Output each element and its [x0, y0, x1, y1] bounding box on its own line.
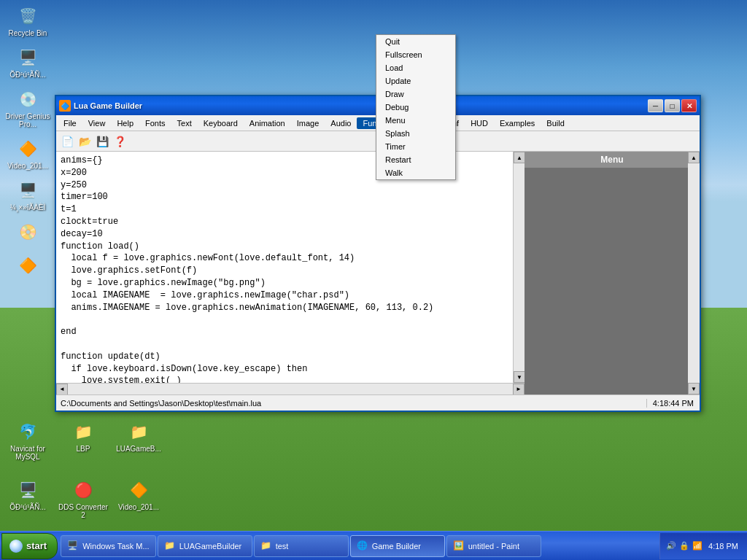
taskbar: start 🖥️ Windows Task M... 📁 LUAGameBuil… — [0, 531, 747, 560]
menu-image[interactable]: Image — [291, 117, 325, 129]
help-button[interactable]: ❓ — [112, 133, 128, 149]
system-tray: 🔊 🔒 📶 4:18 PM — [659, 533, 747, 559]
main-content: anims={} x=200 y=250 timer=100 t=1 clock… — [56, 152, 700, 394]
desktop-icon-luagameb[interactable]: 📁 LUAGameB... — [111, 416, 166, 465]
desktop-icon-navicat[interactable]: 🐬 Navicat for MySQL — [0, 416, 55, 465]
tray-icon-network: 🔊 — [666, 541, 676, 551]
vertical-scrollbar: ▲ ▼ — [513, 152, 525, 383]
right-panel: Menu ▲ ▼ — [525, 152, 700, 394]
right-panel-header: Menu — [525, 152, 700, 168]
scroll-track[interactable] — [514, 163, 525, 371]
taskbar-items: 🖥️ Windows Task M... 📁 LUAGameBuilder 📁 … — [61, 535, 659, 557]
dropdown-update[interactable]: Update — [376, 74, 455, 88]
code-editor[interactable]: anims={} x=200 y=250 timer=100 t=1 clock… — [56, 152, 513, 383]
taskmgr-icon: 🖥️ — [67, 540, 79, 552]
desktop-icon-dds-src[interactable]: 🖥️ ÕÐ¹ú¹ÃÑ... — [0, 474, 55, 524]
code-with-scrollbar: anims={} x=200 y=250 timer=100 t=1 clock… — [56, 152, 525, 383]
gamebuilder-icon: 🌐 — [357, 540, 368, 552]
minimize-button[interactable]: ─ — [648, 99, 663, 112]
window-icon: 🔷 — [59, 100, 71, 112]
tray-icon-security: 🔒 — [679, 541, 689, 551]
menu-hud[interactable]: HUD — [465, 117, 494, 129]
luagameb-taskbar-icon: 📁 — [164, 540, 176, 552]
desktop-icon-label: LBP — [77, 445, 90, 453]
taskbar-item-taskmgr[interactable]: 🖥️ Windows Task M... — [61, 535, 156, 557]
save-file-button[interactable]: 💾 — [94, 133, 110, 149]
menu-audio[interactable]: Audio — [325, 117, 357, 129]
desktop-icons-bottom2: 🖥️ ÕÐ¹ú¹ÃÑ... 🔴 DDS Converter 2 🔶 Video_… — [0, 474, 166, 524]
taskbar-item-label: LUAGameBuilder — [179, 542, 242, 551]
menu-keyboard[interactable]: Keyboard — [198, 117, 244, 129]
dropdown-splash[interactable]: Splash — [376, 127, 455, 140]
taskbar-item-test[interactable]: 📁 test — [254, 535, 349, 557]
desktop-icon-video2[interactable]: 🔶 Video_201... — [111, 474, 166, 524]
h-scroll-track[interactable] — [68, 384, 513, 394]
desktop-icon-dds[interactable]: 🔴 DDS Converter 2 — [55, 474, 111, 524]
desktop-icon-label: Video_201... — [118, 503, 159, 511]
status-time: 4:18:44 PM — [647, 399, 700, 408]
test-folder-icon: 📁 — [260, 540, 272, 552]
menu-examples[interactable]: Examples — [494, 117, 541, 129]
scroll-left-button[interactable]: ◄ — [56, 384, 68, 395]
maximize-button[interactable]: □ — [665, 99, 680, 112]
tray-icon-signal: 📶 — [692, 541, 703, 551]
dds-icon: 🔴 — [71, 478, 95, 502]
taskbar-item-label: Game Builder — [372, 542, 421, 551]
dropdown-draw[interactable]: Draw — [376, 88, 455, 101]
dropdown-quit[interactable]: Quit — [376, 35, 455, 48]
paint-icon: 🖼️ — [453, 540, 465, 552]
open-file-button[interactable]: 📂 — [77, 133, 93, 149]
desktop-icon-label: Navicat for MySQL — [3, 445, 53, 461]
start-button[interactable]: start — [1, 533, 58, 559]
title-buttons: ─ □ ✕ — [648, 99, 697, 112]
menu-help[interactable]: Help — [111, 117, 139, 129]
menu-view[interactable]: View — [82, 117, 112, 129]
dropdown-load[interactable]: Load — [376, 61, 455, 74]
video2-icon: 🔶 — [127, 478, 150, 502]
desktop-icon-lbp[interactable]: 📁 LBP — [55, 416, 111, 465]
horizontal-scrollbar: ◄ ► — [56, 383, 525, 394]
dropdown-fullscreen[interactable]: Fullscreen — [376, 48, 455, 61]
taskbar-item-gamebuilder[interactable]: 🌐 Game Builder — [350, 535, 445, 557]
code-editor-area: anims={} x=200 y=250 timer=100 t=1 clock… — [56, 152, 525, 394]
dropdown-walk[interactable]: Walk — [376, 166, 455, 179]
desktop-icon-label: LUAGameB... — [116, 445, 161, 453]
right-panel-content — [525, 168, 700, 394]
taskbar-item-label: Windows Task M... — [82, 542, 150, 551]
taskbar-item-luagameb[interactable]: 📁 LUAGameBuilder — [158, 535, 252, 557]
status-bar: C:\Documents and Settings\Jason\Desktop\… — [56, 394, 700, 411]
new-file-button[interactable]: 📄 — [59, 133, 75, 149]
functions-dropdown: Quit Fullscreen Load Update Draw Debug M… — [376, 34, 456, 180]
lbp-icon: 📁 — [71, 420, 95, 443]
desktop-icon-label: ÕÐ¹ú¹ÃÑ... — [9, 503, 45, 511]
scroll-up-button[interactable]: ▲ — [514, 152, 525, 163]
taskbar-item-label: untitled - Paint — [468, 542, 519, 551]
dropdown-timer[interactable]: Timer — [376, 140, 455, 153]
menu-fonts[interactable]: Fonts — [139, 117, 171, 129]
dropdown-menu[interactable]: Menu — [376, 114, 455, 127]
scroll-right-button[interactable]: ► — [513, 384, 525, 395]
taskbar-item-label: test — [276, 542, 289, 551]
dropdown-restart[interactable]: Restart — [376, 153, 455, 166]
right-scroll-track[interactable] — [688, 163, 700, 383]
taskbar-item-paint[interactable]: 🖼️ untitled - Paint — [446, 535, 541, 557]
scroll-down-button[interactable]: ▼ — [514, 371, 525, 383]
menu-file[interactable]: File — [58, 117, 82, 129]
navicat-icon: 🐬 — [16, 420, 39, 443]
start-orb-icon — [9, 540, 23, 553]
start-label: start — [26, 540, 47, 551]
menu-animation[interactable]: Animation — [244, 117, 291, 129]
luagameb-folder-icon: 📁 — [127, 420, 150, 443]
menu-build[interactable]: Build — [541, 117, 570, 129]
window-title: Lua Game Builder — [74, 101, 645, 110]
monitor3-icon: 🖥️ — [16, 478, 39, 502]
close-button[interactable]: ✕ — [681, 99, 697, 112]
dropdown-debug[interactable]: Debug — [376, 101, 455, 114]
right-panel-scrollbar: ▲ ▼ — [688, 152, 700, 394]
desktop-icon-label: DDS Converter 2 — [58, 503, 108, 519]
taskbar-clock: 4:18 PM — [705, 540, 741, 552]
file-path: C:\Documents and Settings\Jason\Desktop\… — [56, 399, 647, 408]
menu-text[interactable]: Text — [171, 117, 198, 129]
right-scroll-down[interactable]: ▼ — [688, 383, 700, 394]
right-scroll-up[interactable]: ▲ — [688, 152, 700, 163]
